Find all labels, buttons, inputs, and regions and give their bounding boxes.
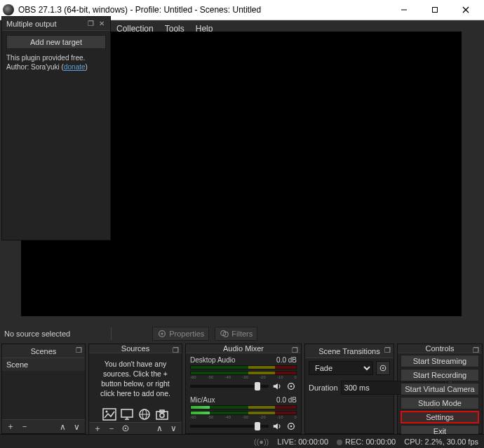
scene-item[interactable]: Scene xyxy=(2,358,85,371)
plugin-close-icon[interactable]: ✕ xyxy=(98,20,106,27)
scene-down-button[interactable]: ∨ xyxy=(70,421,83,433)
volume-slider[interactable] xyxy=(190,425,269,428)
gear-icon[interactable] xyxy=(285,421,297,432)
start-virtual-camera-button[interactable]: Start Virtual Camera xyxy=(401,383,479,395)
minimize-button[interactable] xyxy=(389,0,419,20)
dock-detach-icon[interactable]: ❐ xyxy=(76,346,82,354)
duration-label: Duration xyxy=(309,383,338,392)
source-add-button[interactable]: ＋ xyxy=(91,423,104,434)
svg-point-28 xyxy=(382,367,384,369)
controls-title: Controls xyxy=(426,344,455,353)
add-new-target-button[interactable]: Add new target xyxy=(6,35,106,49)
stream-status-icon: ((●)) xyxy=(254,437,269,446)
mixer-title: Audio Mixer xyxy=(223,344,264,353)
close-button[interactable] xyxy=(450,0,481,20)
live-timer: LIVE: 00:00:00 xyxy=(277,437,328,446)
display-source-icon xyxy=(119,407,135,422)
cpu-usage: CPU: 2.2%, 30.00 fps xyxy=(404,437,478,446)
status-bar: ((●)) LIVE: 00:00:00 REC: 00:00:00 CPU: … xyxy=(0,434,484,448)
mixer-track-mic: Mic/Aux0.0 dB -60-50-40-30-20-100 xyxy=(186,393,301,433)
speaker-icon[interactable] xyxy=(271,381,283,392)
rec-timer: REC: 00:00:00 xyxy=(345,437,396,446)
window-title: OBS 27.1.3 (64-bit, windows) - Profile: … xyxy=(18,5,389,15)
plugin-detach-icon[interactable]: ❐ xyxy=(86,20,95,27)
speaker-icon[interactable] xyxy=(271,421,283,432)
source-down-button[interactable]: ∨ xyxy=(167,423,180,434)
svg-point-18 xyxy=(160,414,164,418)
dock-detach-icon[interactable]: ❐ xyxy=(384,346,391,354)
maximize-button[interactable] xyxy=(419,0,450,20)
studio-mode-button[interactable]: Studio Mode xyxy=(401,397,479,409)
image-source-icon xyxy=(101,407,118,422)
toolbar-separator xyxy=(111,327,112,340)
source-toolbar: No source selected Properties Filters xyxy=(1,325,483,342)
svg-point-26 xyxy=(290,426,293,428)
svg-marker-21 xyxy=(274,383,278,390)
mixer-track-desktop: Desktop Audio0.0 dB -60-50-40-30-20-100 xyxy=(186,353,301,393)
scenes-title: Scenes xyxy=(31,347,57,355)
sources-title: Sources xyxy=(121,344,149,353)
scene-add-button[interactable]: ＋ xyxy=(4,421,17,433)
plugin-panel-title: Multiple output xyxy=(6,20,57,28)
filters-icon xyxy=(220,329,229,339)
source-properties-button[interactable] xyxy=(119,423,132,434)
rec-indicator-icon xyxy=(337,440,342,445)
scene-remove-button[interactable]: － xyxy=(18,421,31,433)
audio-meter xyxy=(190,365,297,369)
donate-link[interactable]: donate xyxy=(64,63,86,71)
multiple-output-panel: Multiple output ❐ ✕ Add new target This … xyxy=(1,16,111,240)
scene-transitions-dock: Scene Transitions❐ Fade Duration ▲▼ xyxy=(304,344,394,434)
source-up-button[interactable]: ∧ xyxy=(153,423,166,434)
scenes-dock: Scenes❐ Scene ＋ － ∧ ∨ xyxy=(1,344,86,434)
audio-meter xyxy=(190,405,297,409)
svg-point-20 xyxy=(125,428,126,429)
start-recording-button[interactable]: Start Recording xyxy=(401,369,479,381)
volume-slider[interactable] xyxy=(190,385,269,388)
gear-icon[interactable] xyxy=(285,381,297,392)
settings-button[interactable]: Settings xyxy=(401,411,479,423)
svg-marker-24 xyxy=(274,423,278,430)
sources-empty-message: You don't have any sources. Click the + … xyxy=(89,353,182,404)
audio-mixer-dock: Audio Mixer❐ Desktop Audio0.0 dB -60-50-… xyxy=(185,344,302,434)
scene-up-button[interactable]: ∧ xyxy=(56,421,69,433)
svg-point-23 xyxy=(290,386,293,388)
svg-point-5 xyxy=(161,332,163,334)
plugin-info-text: This plugin provided free. Author: Sora'… xyxy=(2,53,110,72)
sources-dock: Sources❐ You don't have any sources. Cli… xyxy=(88,344,182,434)
obs-logo-icon xyxy=(3,4,14,15)
svg-rect-1 xyxy=(433,8,438,13)
transition-select[interactable]: Fade xyxy=(309,361,373,375)
no-source-selected-label: No source selected xyxy=(4,330,70,338)
source-remove-button[interactable]: － xyxy=(105,423,118,434)
svg-point-9 xyxy=(105,411,107,413)
properties-button[interactable]: Properties xyxy=(152,327,209,341)
filters-button[interactable]: Filters xyxy=(215,327,257,341)
transition-settings-button[interactable] xyxy=(376,361,390,375)
svg-rect-10 xyxy=(121,409,133,417)
start-streaming-button[interactable]: Start Streaming xyxy=(401,355,479,367)
transitions-title: Scene Transitions xyxy=(318,347,379,355)
controls-dock: Controls❐ Start Streaming Start Recordin… xyxy=(397,344,483,434)
globe-source-icon xyxy=(136,407,153,422)
audio-meter xyxy=(190,411,297,415)
camera-source-icon xyxy=(154,407,170,422)
gear-icon xyxy=(157,329,167,339)
audio-meter xyxy=(190,371,297,375)
